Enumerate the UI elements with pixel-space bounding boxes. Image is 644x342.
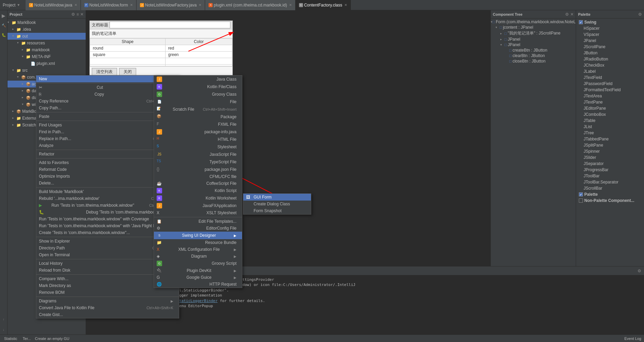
palette-item-0-7[interactable]: JLabel xyxy=(576,68,644,74)
submenu-google-guice[interactable]: G Google Guice ▶ xyxy=(154,274,242,281)
palette-item-0-24[interactable]: JToolBar xyxy=(576,173,644,179)
preview-title-input[interactable] xyxy=(110,22,230,28)
submenu-java-class[interactable]: J Java Class xyxy=(154,76,242,83)
submenu-js[interactable]: JS JavaScript File xyxy=(154,151,242,158)
palette-item-0-17[interactable]: JTree xyxy=(576,130,644,136)
submenu-xslt[interactable]: X XSLT Stylesheet xyxy=(154,209,242,216)
palette-item-0-9[interactable]: JPasswordField xyxy=(576,81,644,87)
palette-item-0-11[interactable]: JTextArea xyxy=(576,93,644,99)
tab-close-0[interactable]: ✕ xyxy=(74,3,77,7)
component-tree-close-icon[interactable]: ✕ xyxy=(570,12,574,17)
new-submenu[interactable]: J Java Class K Kotlin File/Class G Groov… xyxy=(154,75,242,288)
component-tree-settings-icon[interactable]: ⚙ xyxy=(565,12,569,17)
submenu-edit-templates[interactable]: 📋 Edit File Templates... xyxy=(154,218,242,225)
palette-item-0-14[interactable]: JComboBox xyxy=(576,111,644,118)
submenu-stylesheet[interactable]: S Stylesheet xyxy=(154,143,242,151)
ct-item-2[interactable]: ▸□"我的笔记清单" : JScrollPane xyxy=(491,30,576,37)
palette-item-0-22[interactable]: JSeparator xyxy=(576,161,644,167)
ct-item-5[interactable]: □createBtn : JButton xyxy=(491,47,576,53)
editor-tab-0[interactable]: JNoteListWindow.java✕ xyxy=(26,0,81,10)
project-close-icon[interactable]: ✕ xyxy=(80,12,84,17)
palette-item-0-16[interactable]: JList xyxy=(576,124,644,130)
submenu-ts[interactable]: TS TypeScript File xyxy=(154,158,242,166)
project-settings-icon[interactable]: ⚙ xyxy=(71,12,75,17)
tab-close-2[interactable]: ✕ xyxy=(199,3,201,7)
tree-item-5[interactable]: ▾📁META-INF xyxy=(8,53,86,60)
submenu-coffee[interactable]: ☕ CoffeeScript File xyxy=(154,180,242,187)
palette-item-0-2[interactable]: JPanel xyxy=(576,38,644,44)
palette-item-0-8[interactable]: JTextField xyxy=(576,74,644,81)
preview-close-btn[interactable]: 关闭 xyxy=(119,68,136,76)
submenu-swing-designer[interactable]: S Swing UI Designer ▶ xyxy=(154,232,242,239)
swing-ui-submenu[interactable]: 🖼 GUI Form Create Dialog Class Form Snap… xyxy=(243,193,311,215)
submenu-kotlin-file[interactable]: K Kotlin File/Class xyxy=(154,83,242,91)
sidebar-icon-2[interactable]: ↓ xyxy=(0,326,8,334)
debug-icon[interactable]: 🐛 xyxy=(0,31,8,39)
submenu-groovy-class[interactable]: G Groovy Class xyxy=(154,91,242,98)
submenu-package[interactable]: 📦 Package xyxy=(154,113,242,121)
ct-item-0[interactable]: ▾□Form (com.itheima.markbook.window.Note… xyxy=(491,19,576,25)
submenu-kotlin-script[interactable]: K Kotlin Script xyxy=(154,187,242,194)
ct-item-4[interactable]: ▾□JPanel xyxy=(491,42,576,47)
sidebar-icon-1[interactable]: ↑ xyxy=(0,315,8,324)
palette-section-0[interactable]: ✓Swing xyxy=(576,19,644,25)
project-dropdown-icon[interactable]: ▼ xyxy=(17,3,20,7)
palette-item-0-19[interactable]: JSplitPane xyxy=(576,142,644,148)
palette-item-0-23[interactable]: JProgressBar xyxy=(576,167,644,173)
palette-item-0-25[interactable]: JToolBar.Separator xyxy=(576,179,644,185)
palette-item-0-12[interactable]: JTextPane xyxy=(576,99,644,105)
tree-item-4[interactable]: ▸📁markbook xyxy=(8,46,86,53)
console-settings-icon[interactable]: ⚙ xyxy=(635,269,644,273)
form-snapshot-item[interactable]: Form Snapshot xyxy=(243,207,311,214)
tree-item-0[interactable]: ▾📁MarkBook xyxy=(8,19,86,26)
tab-close-4[interactable]: ✕ xyxy=(344,3,347,7)
tab-close-3[interactable]: ✕ xyxy=(289,3,292,7)
submenu-html[interactable]: H HTML File xyxy=(154,136,242,143)
palette-item-0-6[interactable]: JCheckBox xyxy=(576,62,644,68)
palette-item-0-5[interactable]: JRadioButton xyxy=(576,56,644,62)
palette-settings-icon[interactable]: ⚙ xyxy=(638,12,642,17)
statistic-tab[interactable]: Statistic xyxy=(3,337,19,341)
editor-tab-1[interactable]: FNoteListWindow.form✕ xyxy=(81,0,137,10)
ct-item-7[interactable]: □closeBtn : JButton xyxy=(491,58,576,64)
submenu-file[interactable]: 📄 File xyxy=(154,98,242,106)
menu-item-remove-bom[interactable]: Remove BOM xyxy=(36,289,179,296)
ct-item-3[interactable]: ▸□JPanel xyxy=(491,37,576,42)
project-expand-icon[interactable]: ≡ xyxy=(76,12,79,17)
submenu-javafx[interactable]: J JavaFXApplication xyxy=(154,202,242,209)
palette-item-0-15[interactable]: JTable xyxy=(576,118,644,124)
palette-item-0-1[interactable]: VSpacer xyxy=(576,31,644,38)
palette-item-0-13[interactable]: JEditorPane xyxy=(576,105,644,111)
tab-close-1[interactable]: ✕ xyxy=(130,3,133,7)
submenu-editorconfig[interactable]: ⚙ EditorConfig File xyxy=(154,225,242,232)
create-dialog-class-item[interactable]: Create Dialog Class xyxy=(243,201,311,207)
editor-tab-3[interactable]: Xplugin.xml (com.itheima.cd.markbook.id)… xyxy=(205,0,296,10)
submenu-diagram[interactable]: ◈ Diagram ▶ xyxy=(154,253,242,260)
run-icon[interactable]: ▶ xyxy=(0,12,8,20)
preview-clear-btn[interactable]: 清空列表 xyxy=(92,68,117,76)
palette-item-0-20[interactable]: JSpinner xyxy=(576,148,644,154)
submenu-plugin-devkit[interactable]: 🔌 Plugin DevKit ▶ xyxy=(154,267,242,274)
menu-item-convert-kotlin[interactable]: Convert Java File to Kotlin File Ctrl+Al… xyxy=(36,304,179,311)
build-icon[interactable]: 🔨 xyxy=(0,21,8,29)
palette-section-2[interactable]: Non-Palette Component... xyxy=(576,197,644,204)
menu-item-diagrams[interactable]: Diagrams ▶ xyxy=(36,298,179,304)
submenu-package-info[interactable]: J package-info.java xyxy=(154,128,242,136)
menu-item-create-gist[interactable]: Create Gist... xyxy=(36,311,179,318)
submenu-scratch-file[interactable]: 📝 Scratch File Ctrl+Alt+Shift+Insert xyxy=(154,106,242,113)
tree-item-2[interactable]: ▾📁out xyxy=(8,33,86,40)
palette-item-0-26[interactable]: JScrollBar xyxy=(576,185,644,191)
submenu-groovy-script[interactable]: G Groovy Script xyxy=(154,260,242,267)
palette-item-0-21[interactable]: JSlider xyxy=(576,154,644,161)
palette-item-0-4[interactable]: JButton xyxy=(576,50,644,56)
submenu-cfml[interactable]: CFML/CFC file xyxy=(154,173,242,180)
tree-item-7[interactable]: ▾📁src xyxy=(8,67,86,74)
ct-item-6[interactable]: □clearBtn : JButton xyxy=(491,53,576,58)
ct-item-1[interactable]: ▾□jcontent : JPanel xyxy=(491,25,576,30)
editor-tab-4[interactable]: CContentFactory.class✕ xyxy=(296,0,351,10)
tree-item-1[interactable]: ▸📁.idea xyxy=(8,26,86,33)
submenu-kotlin-worksheet[interactable]: K Kotlin Worksheet xyxy=(154,194,242,202)
editor-tab-2[interactable]: JNoteListWindowFactory.java✕ xyxy=(137,0,205,10)
gui-form-item[interactable]: 🖼 GUI Form xyxy=(243,194,311,201)
tree-item-3[interactable]: ▾📁resources xyxy=(8,40,86,46)
